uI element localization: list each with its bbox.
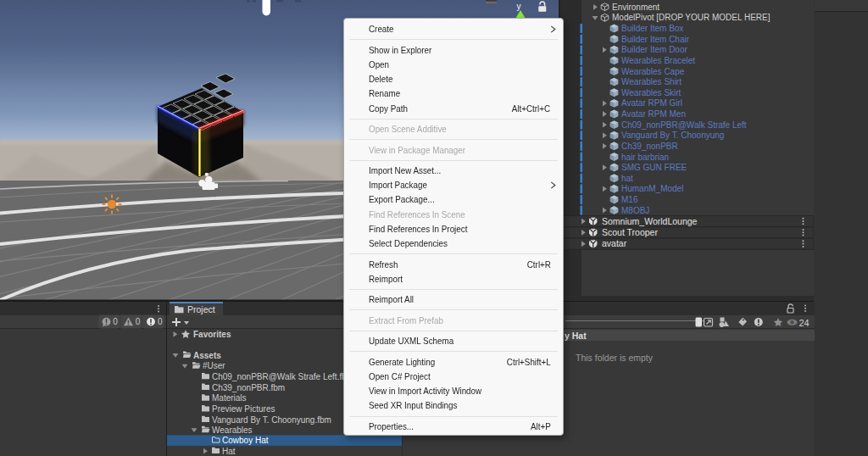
svg-text:Favorites: Favorites [193, 330, 231, 339]
svg-text:Wearables Skirt: Wearables Skirt [621, 88, 682, 97]
svg-text:hat: hat [621, 174, 633, 183]
svg-text:Builder Item Box: Builder Item Box [621, 24, 683, 33]
svg-text:avatar: avatar [602, 238, 627, 248]
svg-text:Cowboy Hat: Cowboy Hat [222, 436, 269, 445]
svg-text:ModelPivot [DROP YOUR MODEL HE: ModelPivot [DROP YOUR MODEL HERE] [612, 13, 771, 22]
svg-text:SMG GUN FREE: SMG GUN FREE [621, 163, 687, 172]
svg-text:Builder Item Chair: Builder Item Chair [621, 35, 690, 44]
svg-text:M16: M16 [621, 195, 638, 204]
svg-text:Wearables Shirt: Wearables Shirt [621, 77, 682, 86]
svg-text:HumanM_Model: HumanM_Model [621, 184, 683, 193]
svg-text:M8OBJ: M8OBJ [621, 206, 649, 215]
svg-text:Avatar RPM Men: Avatar RPM Men [621, 109, 686, 119]
svg-text:Environment: Environment [612, 3, 659, 12]
svg-text:Vanguard By T. Choonyung.fbm: Vanguard By T. Choonyung.fbm [212, 415, 331, 425]
svg-text:#User: #User [203, 361, 225, 370]
svg-text:Builder Item Door: Builder Item Door [621, 45, 687, 54]
svg-text:Ch09_nonPBR@Walk Strafe Left.f: Ch09_nonPBR@Walk Strafe Left.fb [212, 372, 347, 381]
svg-text:Preview Pictures: Preview Pictures [212, 404, 275, 414]
svg-text:Vanguard By T. Choonyung: Vanguard By T. Choonyung [621, 131, 724, 140]
svg-text:Hat: Hat [222, 447, 236, 456]
svg-text:0: 0 [113, 317, 118, 326]
svg-text:Somnium_WorldLounge: Somnium_WorldLounge [602, 216, 698, 226]
svg-text:Wearables: Wearables [212, 425, 253, 435]
svg-text:Ch39_nonPBR.fbm: Ch39_nonPBR.fbm [212, 383, 285, 392]
svg-text:0: 0 [136, 317, 141, 326]
svg-text:Materials: Materials [212, 393, 247, 403]
svg-text:Avatar RPM Girl: Avatar RPM Girl [621, 98, 682, 108]
svg-text:0: 0 [158, 317, 163, 326]
svg-text:Ch39_nonPBR: Ch39_nonPBR [621, 142, 678, 151]
svg-text:Scout Trooper: Scout Trooper [602, 227, 658, 237]
svg-text:Wearables Bracelet: Wearables Bracelet [621, 56, 695, 65]
svg-text:Ch09_nonPBR@Walk Strafe Left: Ch09_nonPBR@Walk Strafe Left [621, 120, 747, 130]
svg-text:hair barbrian: hair barbrian [621, 153, 669, 162]
svg-text:Assets: Assets [193, 351, 221, 360]
svg-text:24: 24 [799, 318, 810, 328]
svg-text:Wearables Cape: Wearables Cape [621, 67, 685, 76]
svg-text:y: y [517, 2, 521, 11]
